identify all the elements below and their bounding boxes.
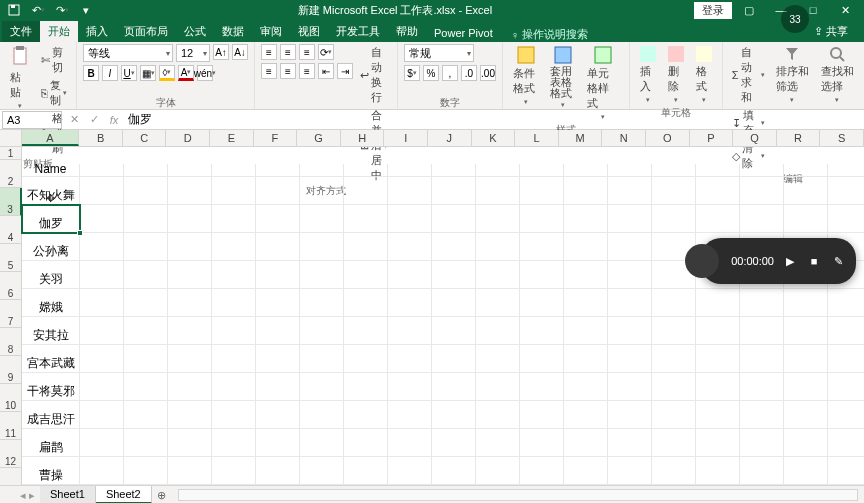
cell-J8[interactable] bbox=[432, 345, 476, 373]
cell-F1[interactable] bbox=[256, 164, 300, 177]
cell-E11[interactable] bbox=[212, 429, 256, 457]
col-header-B[interactable]: B bbox=[79, 130, 123, 146]
cell-K11[interactable] bbox=[476, 429, 520, 457]
cell-M5[interactable] bbox=[564, 261, 608, 289]
undo-icon[interactable]: ↶▾ bbox=[28, 1, 48, 19]
cell-D3[interactable] bbox=[168, 205, 212, 233]
cell-E8[interactable] bbox=[212, 345, 256, 373]
cell-H3[interactable] bbox=[344, 205, 388, 233]
screen-recorder-widget[interactable]: 00:00:00 ▶ ■ ✎ bbox=[701, 238, 856, 284]
italic-icon[interactable]: I bbox=[102, 65, 118, 81]
cell-Q2[interactable] bbox=[740, 177, 784, 205]
cell-C2[interactable] bbox=[124, 177, 168, 205]
cell-P7[interactable] bbox=[696, 317, 740, 345]
name-box[interactable]: A3▾ bbox=[2, 111, 62, 129]
horizontal-scrollbar[interactable] bbox=[178, 489, 858, 501]
cell-A12[interactable]: 曹操 bbox=[22, 457, 80, 485]
cell-H12[interactable] bbox=[344, 457, 388, 485]
cell-B4[interactable] bbox=[80, 233, 124, 261]
cell-N2[interactable] bbox=[608, 177, 652, 205]
format-table-button[interactable]: 套用 表格格式▾ bbox=[546, 44, 579, 111]
cell-D7[interactable] bbox=[168, 317, 212, 345]
cell-P12[interactable] bbox=[696, 457, 740, 485]
cell-P10[interactable] bbox=[696, 401, 740, 429]
cell-L5[interactable] bbox=[520, 261, 564, 289]
cell-P2[interactable] bbox=[696, 177, 740, 205]
cell-F10[interactable] bbox=[256, 401, 300, 429]
add-sheet-button[interactable]: ⊕ bbox=[152, 489, 172, 502]
cell-R10[interactable] bbox=[784, 401, 828, 429]
sort-filter-button[interactable]: 排序和筛选▾ bbox=[772, 44, 813, 106]
cell-C10[interactable] bbox=[124, 401, 168, 429]
cell-I4[interactable] bbox=[388, 233, 432, 261]
cell-G7[interactable] bbox=[300, 317, 344, 345]
paste-button[interactable]: 粘贴▾ bbox=[6, 44, 34, 112]
cell-D5[interactable] bbox=[168, 261, 212, 289]
cell-F3[interactable] bbox=[256, 205, 300, 233]
fx-icon[interactable]: fx bbox=[104, 114, 124, 126]
inc-decimal-icon[interactable]: .0 bbox=[461, 65, 477, 81]
cell-P8[interactable] bbox=[696, 345, 740, 373]
tab-视图[interactable]: 视图 bbox=[290, 21, 328, 42]
shrink-font-icon[interactable]: A↓ bbox=[232, 44, 248, 60]
cell-R7[interactable] bbox=[784, 317, 828, 345]
cell-F2[interactable] bbox=[256, 177, 300, 205]
cell-K2[interactable] bbox=[476, 177, 520, 205]
col-header-K[interactable]: K bbox=[472, 130, 516, 146]
border-icon[interactable]: ▦▾ bbox=[140, 65, 156, 81]
percent-icon[interactable]: % bbox=[423, 65, 439, 81]
spreadsheet-grid[interactable]: ABCDEFGHIJKLMNOPQRS 12345678910111213 Na… bbox=[0, 130, 864, 485]
cell-A7[interactable]: 安其拉 bbox=[22, 317, 80, 345]
cell-P1[interactable] bbox=[696, 164, 740, 177]
col-header-M[interactable]: M bbox=[559, 130, 603, 146]
cell-Q11[interactable] bbox=[740, 429, 784, 457]
cell-N7[interactable] bbox=[608, 317, 652, 345]
cell-S3[interactable] bbox=[828, 205, 864, 233]
col-header-E[interactable]: E bbox=[210, 130, 254, 146]
cell-M4[interactable] bbox=[564, 233, 608, 261]
cell-O2[interactable] bbox=[652, 177, 696, 205]
cell-I11[interactable] bbox=[388, 429, 432, 457]
cell-E2[interactable] bbox=[212, 177, 256, 205]
col-header-O[interactable]: O bbox=[646, 130, 690, 146]
cell-H1[interactable] bbox=[344, 164, 388, 177]
cell-L3[interactable] bbox=[520, 205, 564, 233]
cell-A11[interactable]: 扁鹊 bbox=[22, 429, 80, 457]
cell-A3[interactable]: 伽罗 bbox=[22, 205, 80, 233]
delete-cells-button[interactable]: 删除▾ bbox=[664, 44, 688, 106]
cell-M6[interactable] bbox=[564, 289, 608, 317]
cell-K9[interactable] bbox=[476, 373, 520, 401]
cell-A2[interactable]: 不知火舞 bbox=[22, 177, 80, 205]
cell-G10[interactable] bbox=[300, 401, 344, 429]
conditional-format-button[interactable]: 条件格式▾ bbox=[509, 44, 542, 108]
row-header-10[interactable]: 10 bbox=[0, 384, 22, 412]
cell-S1[interactable] bbox=[828, 164, 864, 177]
cell-J5[interactable] bbox=[432, 261, 476, 289]
cell-G2[interactable] bbox=[300, 177, 344, 205]
row-header-8[interactable]: 8 bbox=[0, 328, 22, 356]
cancel-formula-icon[interactable]: ✕ bbox=[64, 113, 84, 126]
cell-G5[interactable] bbox=[300, 261, 344, 289]
font-size-select[interactable]: 12 bbox=[176, 44, 210, 62]
ribbon-opts-icon[interactable]: ▢ bbox=[734, 1, 764, 19]
cell-A9[interactable]: 干将莫邪 bbox=[22, 373, 80, 401]
cell-D6[interactable] bbox=[168, 289, 212, 317]
align-top-icon[interactable]: ≡ bbox=[261, 44, 277, 60]
cell-N11[interactable] bbox=[608, 429, 652, 457]
cell-P9[interactable] bbox=[696, 373, 740, 401]
qat-more-icon[interactable]: ▾ bbox=[76, 1, 96, 19]
cell-D8[interactable] bbox=[168, 345, 212, 373]
cell-F8[interactable] bbox=[256, 345, 300, 373]
cell-R8[interactable] bbox=[784, 345, 828, 373]
cell-F9[interactable] bbox=[256, 373, 300, 401]
cell-P3[interactable] bbox=[696, 205, 740, 233]
cell-M11[interactable] bbox=[564, 429, 608, 457]
row-header-11[interactable]: 11 bbox=[0, 412, 22, 440]
cell-E9[interactable] bbox=[212, 373, 256, 401]
cell-J7[interactable] bbox=[432, 317, 476, 345]
cell-R2[interactable] bbox=[784, 177, 828, 205]
wrap-text-button[interactable]: ↩ 自动换行 bbox=[357, 44, 391, 106]
cell-M7[interactable] bbox=[564, 317, 608, 345]
col-header-N[interactable]: N bbox=[602, 130, 646, 146]
cell-K3[interactable] bbox=[476, 205, 520, 233]
